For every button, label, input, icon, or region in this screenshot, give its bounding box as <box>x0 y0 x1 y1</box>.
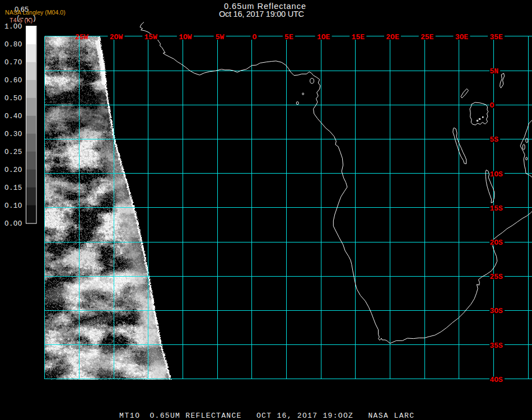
svg-text:O.5O: O.5O <box>4 95 22 102</box>
svg-text:O.25: O.25 <box>4 148 22 156</box>
svg-text:5S: 5S <box>490 136 499 144</box>
svg-text:MT1O: MT1O <box>119 412 139 420</box>
svg-text:15W: 15W <box>144 33 157 41</box>
svg-text:OCT 16, 2O17 19:OOZ: OCT 16, 2O17 19:OOZ <box>256 412 353 420</box>
svg-text:25W: 25W <box>75 33 88 41</box>
svg-text:3OS: 3OS <box>490 307 503 315</box>
svg-text:4OS: 4OS <box>490 376 503 384</box>
svg-text:1OW: 1OW <box>179 33 192 41</box>
svg-text:1OE: 1OE <box>317 33 330 41</box>
svg-text:O.7O: O.7O <box>4 59 22 67</box>
svg-text:35S: 35S <box>490 342 503 350</box>
svg-text:3OE: 3OE <box>455 33 469 41</box>
svg-text:5W: 5W <box>216 33 225 41</box>
svg-text:O.3O: O.3O <box>4 130 22 138</box>
svg-text:15S: 15S <box>490 204 503 213</box>
svg-text:T4-5 (K): T4-5 (K) <box>10 17 33 24</box>
svg-text:O.4O: O.4O <box>4 113 22 120</box>
svg-text:5E: 5E <box>284 33 293 41</box>
svg-text:O.1O: O.1O <box>4 202 22 210</box>
svg-text:1OS: 1OS <box>490 170 503 179</box>
svg-text:O.2O: O.2O <box>4 166 22 174</box>
svg-text:35E: 35E <box>489 33 503 41</box>
svg-text:15E: 15E <box>352 33 365 41</box>
svg-text:O.6O: O.6O <box>4 77 22 85</box>
svg-text:25E: 25E <box>421 33 434 41</box>
svg-text:O.65UM REFLECTANCE: O.65UM REFLECTANCE <box>150 412 241 420</box>
svg-text:25S: 25S <box>490 273 503 281</box>
svg-text:NASA LARC: NASA LARC <box>368 412 414 420</box>
svg-text:5N: 5N <box>490 67 499 76</box>
svg-text:1.OO: 1.OO <box>4 23 22 31</box>
svg-text:2OE: 2OE <box>386 33 399 41</box>
svg-text:O.8O: O.8O <box>4 41 22 49</box>
svg-text:2OS: 2OS <box>490 239 503 247</box>
svg-text:O: O <box>490 101 494 110</box>
svg-text:O.OO: O.OO <box>4 220 22 228</box>
svg-text:2OW: 2OW <box>110 33 123 41</box>
svg-text:Oct 16, 2017 19:00 UTC: Oct 16, 2017 19:00 UTC <box>219 10 304 18</box>
svg-text:O: O <box>252 33 256 41</box>
svg-text:O.15: O.15 <box>4 184 22 192</box>
